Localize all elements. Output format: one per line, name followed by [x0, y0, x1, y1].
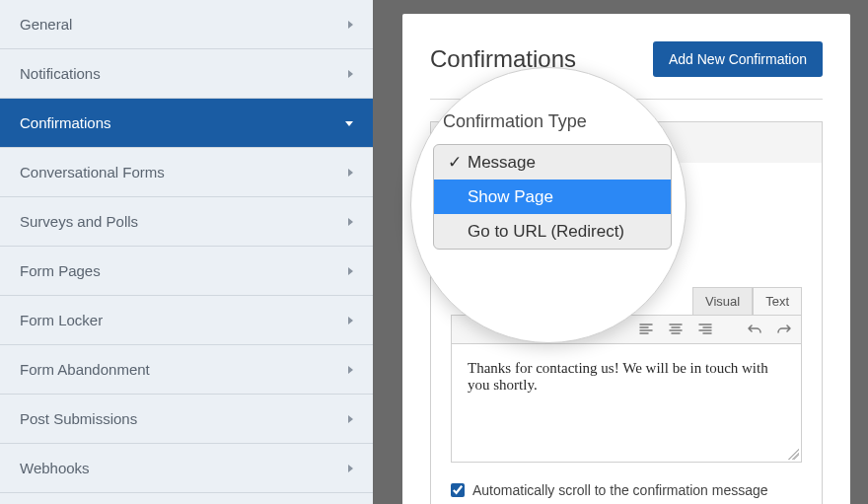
sidebar-item-surveys-polls[interactable]: Surveys and Polls — [0, 197, 373, 247]
sidebar-item-conversational-forms[interactable]: Conversational Forms — [0, 148, 373, 197]
message-editor[interactable]: Thanks for contacting us! We will be in … — [451, 344, 802, 463]
sidebar-item-label: General — [20, 16, 72, 33]
sidebar-item-label: Form Pages — [20, 262, 101, 279]
chevron-right-icon — [348, 18, 353, 32]
chevron-right-icon — [348, 166, 353, 180]
confirmation-type-label: Confirmation Type — [433, 111, 672, 132]
option-label: Message — [468, 153, 536, 173]
option-label: Go to URL (Redirect) — [468, 222, 624, 242]
confirmation-type-dropdown[interactable]: ✓ Message ✓ Show Page ✓ Go to URL (Redir… — [433, 144, 672, 250]
chevron-right-icon — [348, 314, 353, 327]
sidebar-item-webhooks[interactable]: Webhooks — [0, 444, 373, 493]
sidebar-item-label: Confirmations — [20, 114, 111, 131]
sidebar-item-label: Conversational Forms — [20, 164, 165, 180]
tab-visual[interactable]: Visual — [692, 287, 753, 315]
chevron-right-icon — [348, 412, 353, 426]
sidebar-item-label: Form Abandonment — [20, 361, 150, 378]
chevron-right-icon — [348, 363, 353, 377]
option-message[interactable]: ✓ Message — [434, 145, 671, 180]
sidebar-item-label: Webhooks — [20, 460, 90, 476]
zoom-callout: Confirmation Type ✓ Message ✓ Show Page … — [410, 67, 687, 343]
auto-scroll-checkbox[interactable] — [451, 483, 465, 497]
sidebar-item-general[interactable]: General — [0, 0, 373, 49]
align-right-icon[interactable] — [696, 322, 714, 337]
sidebar-item-label: Post Submissions — [20, 410, 137, 427]
chevron-right-icon — [348, 67, 353, 81]
sidebar-item-label: Notifications — [20, 65, 101, 82]
redo-icon[interactable] — [775, 322, 793, 337]
chevron-right-icon — [348, 215, 353, 229]
undo-icon[interactable] — [746, 322, 763, 337]
sidebar-item-confirmations[interactable]: Confirmations — [0, 99, 373, 148]
align-center-icon[interactable] — [667, 322, 685, 337]
settings-sidebar: General Notifications Confirmations Conv… — [0, 0, 373, 504]
check-icon: ✓ — [448, 152, 462, 173]
auto-scroll-row[interactable]: Automatically scroll to the confirmation… — [451, 482, 802, 498]
option-label: Show Page — [468, 187, 553, 207]
sidebar-item-post-submissions[interactable]: Post Submissions — [0, 395, 373, 444]
sidebar-item-form-pages[interactable]: Form Pages — [0, 247, 373, 296]
chevron-right-icon — [348, 462, 353, 475]
tab-text[interactable]: Text — [753, 287, 802, 315]
resize-handle[interactable] — [787, 448, 799, 460]
sidebar-item-form-abandonment[interactable]: Form Abandonment — [0, 345, 373, 395]
chevron-down-icon — [345, 116, 353, 130]
editor-content: Thanks for contacting us! We will be in … — [468, 360, 768, 393]
chevron-right-icon — [348, 264, 353, 278]
option-go-to-url[interactable]: ✓ Go to URL (Redirect) — [434, 214, 671, 249]
sidebar-item-label: Form Locker — [20, 312, 103, 328]
sidebar-item-notifications[interactable]: Notifications — [0, 49, 373, 99]
align-left-icon[interactable] — [637, 322, 655, 337]
auto-scroll-label: Automatically scroll to the confirmation… — [472, 482, 768, 498]
sidebar-item-form-locker[interactable]: Form Locker — [0, 296, 373, 345]
add-confirmation-button[interactable]: Add New Confirmation — [653, 41, 823, 77]
option-show-page[interactable]: ✓ Show Page — [434, 180, 671, 214]
zoom-inner: Confirmation Type ✓ Message ✓ Show Page … — [433, 111, 672, 250]
sidebar-item-label: Surveys and Polls — [20, 213, 138, 230]
